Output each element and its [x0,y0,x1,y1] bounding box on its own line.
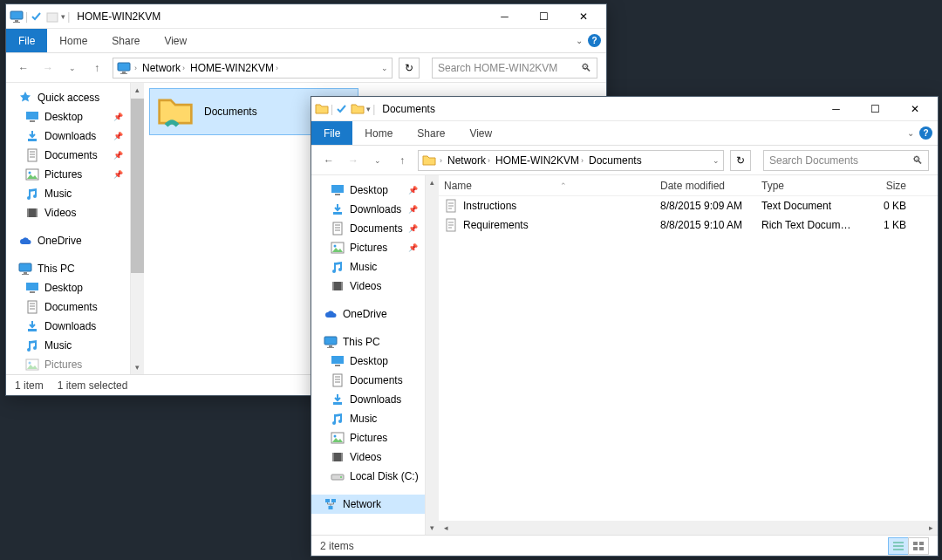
address-bar[interactable]: › Network › HOME-WIN2KVM › Documents ⌄ [418,150,724,171]
download-icon [331,393,345,406]
nav-scrollbar[interactable]: ▴ ▾ [425,175,439,535]
crumb-host[interactable]: HOME-WIN2KVM › [494,154,585,167]
nav-documents[interactable]: Documents📌 [6,146,130,165]
address-dropdown-icon[interactable]: ⌄ [713,156,720,165]
tab-view[interactable]: View [457,121,504,145]
nav-pc-localdisk[interactable]: Local Disk (C:) [311,467,425,486]
minimize-button[interactable]: ─ [816,97,856,121]
tab-file[interactable]: File [311,121,352,145]
nav-downloads[interactable]: Downloads📌 [311,200,425,219]
qat-chevron[interactable]: ▾ [61,12,65,21]
nav-downloads[interactable]: Downloads📌 [6,126,130,146]
up-button[interactable]: ↑ [88,59,106,77]
tab-home[interactable]: Home [352,121,405,145]
nav-scrollbar[interactable]: ▴ ▾ [130,83,144,374]
nav-onedrive[interactable]: OneDrive [6,231,130,250]
close-button[interactable]: ✕ [563,4,603,29]
qat-properties-icon[interactable] [335,102,349,116]
crumb-network[interactable]: Network › [140,62,187,74]
nav-desktop[interactable]: Desktop📌 [311,181,425,200]
nav-onedrive[interactable]: OneDrive [311,304,425,324]
nav-pc-documents[interactable]: Documents [6,297,130,317]
star-icon [18,91,32,105]
view-details-button[interactable] [888,537,909,555]
search-box[interactable]: Search HOME-WIN2KVM 🔍︎ [432,58,597,79]
nav-pc-music[interactable]: Music [6,336,130,355]
ribbon-expand-icon[interactable]: ⌄ [576,36,583,45]
nav-documents[interactable]: Documents📌 [311,219,425,238]
qat-properties-icon[interactable] [30,10,44,24]
crumb-network[interactable]: Network › [446,154,492,167]
nav-music[interactable]: Music [311,257,425,277]
svg-rect-24 [47,13,58,22]
file-type: Rich Text Document [756,219,859,231]
nav-videos[interactable]: Videos [311,277,425,296]
nav-pictures[interactable]: Pictures📌 [311,238,425,257]
navigation-pane[interactable]: Desktop📌 Downloads📌 Documents📌 Pictures📌… [311,175,425,535]
tab-home[interactable]: Home [47,29,99,52]
tab-share[interactable]: Share [405,121,457,145]
nav-pc-downloads[interactable]: Downloads [6,317,130,336]
nav-pc-music[interactable]: Music [311,409,425,428]
nav-quick-access[interactable]: Quick access [6,88,130,107]
recent-locations-button[interactable]: ⌄ [64,59,81,77]
crumb-documents[interactable]: Documents [587,154,644,167]
minimize-button[interactable]: ─ [485,4,524,29]
nav-pc-pictures[interactable]: Pictures [6,355,130,374]
navigation-pane[interactable]: Quick access Desktop📌 Downloads📌 Documen… [6,83,130,374]
nav-music[interactable]: Music [6,184,130,203]
nav-videos[interactable]: Videos [6,203,130,222]
navbar: ← → ⌄ ↑ › Network › HOME-WIN2KVM › ⌄ ↻ S… [6,53,606,83]
col-size[interactable]: Size [859,180,911,192]
titlebar[interactable]: | ▾ | Documents ─ ☐ ✕ [311,97,938,121]
file-row[interactable]: Instructions8/8/2015 9:09 AMText Documen… [439,196,938,215]
horizontal-scrollbar[interactable]: ◂▸ [439,521,938,535]
file-type: Text Document [756,200,859,212]
maximize-button[interactable]: ☐ [856,97,895,121]
desktop-icon [25,110,39,124]
recent-locations-button[interactable]: ⌄ [369,152,386,169]
file-row[interactable]: Requirements8/8/2015 9:10 AMRich Text Do… [439,215,938,235]
nav-pc-pictures[interactable]: Pictures [311,428,425,447]
tab-view[interactable]: View [152,29,199,52]
nav-pc-videos[interactable]: Videos [311,447,425,467]
nav-pc-documents[interactable]: Documents [311,371,425,390]
tab-file[interactable]: File [6,29,47,52]
up-button[interactable]: ↑ [393,152,411,169]
back-button[interactable]: ← [320,152,338,169]
forward-button[interactable]: → [39,59,57,77]
qat-newfolder-icon[interactable] [45,10,59,24]
search-box[interactable]: Search Documents 🔍︎ [763,150,929,171]
nav-pc-desktop[interactable]: Desktop [6,278,130,297]
back-button[interactable]: ← [15,59,32,77]
ribbon-expand-icon[interactable]: ⌄ [907,128,914,138]
help-icon[interactable]: ? [588,34,601,47]
close-button[interactable]: ✕ [895,97,934,121]
help-icon[interactable]: ? [919,126,932,140]
nav-pc-desktop[interactable]: Desktop [311,352,425,371]
nav-desktop[interactable]: Desktop📌 [6,107,130,126]
tab-share[interactable]: Share [99,29,152,52]
nav-thispc[interactable]: This PC [6,259,130,278]
maximize-button[interactable]: ☐ [524,4,563,29]
nav-thispc[interactable]: This PC [311,332,425,352]
titlebar[interactable]: | ▾ | HOME-WIN2KVM ─ ☐ ✕ [6,4,606,29]
column-headers[interactable]: Name⌃ Date modified Type Size [439,175,938,196]
view-large-button[interactable] [908,537,929,555]
forward-button[interactable]: → [345,152,362,169]
qat-chevron[interactable]: ▾ [366,105,371,113]
refresh-button[interactable]: ↻ [730,150,751,171]
refresh-button[interactable]: ↻ [399,58,420,79]
nav-network[interactable]: Network [311,495,425,514]
crumb-host[interactable]: HOME-WIN2KVM › [188,62,280,74]
col-date[interactable]: Date modified [655,180,756,192]
address-dropdown-icon[interactable]: ⌄ [381,64,388,72]
content-pane[interactable]: Name⌃ Date modified Type Size Instructio… [439,175,938,535]
nav-pc-downloads[interactable]: Downloads [311,390,425,409]
desktop-icon [25,281,39,295]
qat-newfolder-icon[interactable] [351,102,365,116]
col-name[interactable]: Name⌃ [439,180,655,192]
address-bar[interactable]: › Network › HOME-WIN2KVM › ⌄ [113,58,392,79]
nav-pictures[interactable]: Pictures📌 [6,165,130,184]
col-type[interactable]: Type [756,180,859,192]
